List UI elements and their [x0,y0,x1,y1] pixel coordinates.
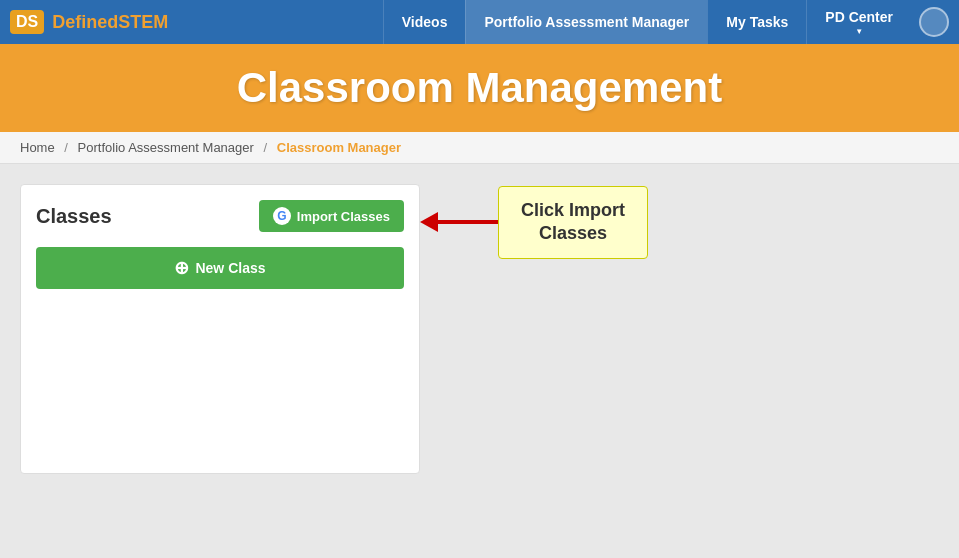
logo-ds: DS [10,10,44,34]
logo-defined: Defined [52,12,118,32]
classes-title: Classes [36,205,112,228]
main-nav: Videos Portfolio Assessment Manager My T… [383,0,911,44]
google-g-icon: G [273,207,291,225]
logo-container: DS DefinedSTEM [10,10,168,34]
new-class-label: New Class [195,260,265,276]
nav-videos[interactable]: Videos [383,0,466,44]
breadcrumb-separator-2: / [264,140,268,155]
arrow-line [438,220,498,224]
pd-center-label: PD Center [825,9,893,25]
chevron-down-icon: ▼ [855,27,863,36]
import-classes-label: Import Classes [297,209,390,224]
main-content: Classes G Import Classes ⊕ New Class Cli… [0,164,959,544]
nav-portfolio[interactable]: Portfolio Assessment Manager [465,0,707,44]
breadcrumb: Home / Portfolio Assessment Manager / Cl… [0,132,959,164]
breadcrumb-home[interactable]: Home [20,140,55,155]
red-arrow [420,212,498,232]
breadcrumb-separator-1: / [64,140,68,155]
nav-my-tasks[interactable]: My Tasks [707,0,806,44]
user-avatar[interactable] [919,7,949,37]
plus-icon: ⊕ [174,257,189,279]
logo-text: DefinedSTEM [52,12,168,33]
breadcrumb-current: Classroom Manager [277,140,401,155]
hero-banner: Classroom Management [0,44,959,132]
import-classes-button[interactable]: G Import Classes [259,200,404,232]
header: DS DefinedSTEM Videos Portfolio Assessme… [0,0,959,44]
arrow-head-icon [420,212,438,232]
logo-stem: STEM [118,12,168,32]
page-title: Classroom Management [0,64,959,112]
classes-header: Classes G Import Classes [36,200,404,232]
annotation-tooltip: Click Import Classes [498,186,648,259]
nav-pd-center[interactable]: PD Center ▼ [806,0,911,44]
annotation-container: Click Import Classes [420,186,648,259]
new-class-button[interactable]: ⊕ New Class [36,247,404,289]
classes-panel: Classes G Import Classes ⊕ New Class [20,184,420,474]
breadcrumb-portfolio[interactable]: Portfolio Assessment Manager [78,140,254,155]
